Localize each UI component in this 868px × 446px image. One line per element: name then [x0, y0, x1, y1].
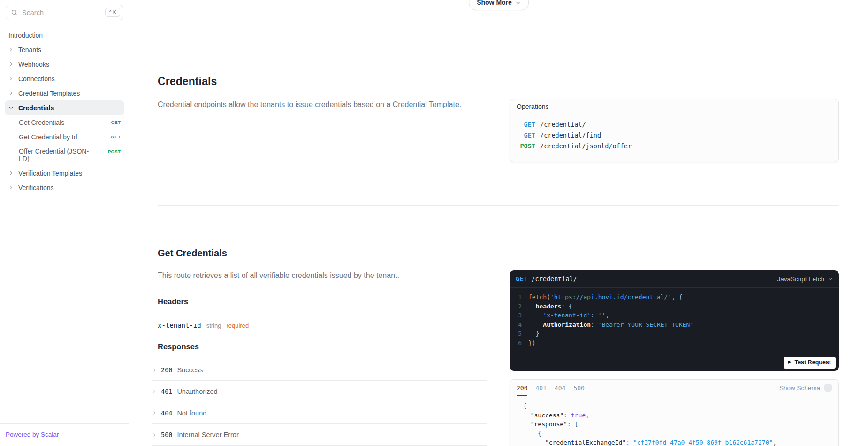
sidebar-item-label: Get Credentials [19, 119, 64, 126]
language-selector[interactable]: JavaScript Fetch [777, 276, 833, 283]
credentials-section: Credentials Credential endpoints allow t… [158, 75, 487, 110]
show-more-label: Show More [477, 0, 512, 6]
sidebar: Search ^ K Introduction Tenants Webhooks… [0, 0, 129, 446]
sidebar-item-label: Webhooks [18, 61, 49, 68]
code-line: { [517, 429, 832, 438]
sidebar-item-label: Introduction [8, 31, 43, 39]
operations-card-title: Operations [510, 99, 838, 115]
response-row-404[interactable]: 404 Not found [152, 402, 487, 424]
chevron-right-icon [8, 76, 15, 81]
search-icon [11, 9, 18, 16]
sidebar-item-get-credential-by-id[interactable]: Get Credential by Id GET [17, 130, 124, 144]
code-line: 6}) [510, 338, 839, 348]
page-title: Credentials [158, 75, 487, 88]
status-label: Not found [177, 409, 206, 417]
request-endpoint: GET /credential/ [516, 275, 577, 283]
request-code-block[interactable]: 1fetch('https://api.hovi.id/credential/'… [510, 288, 839, 347]
header-param-row: x-tenant-id string required [158, 314, 487, 336]
sidebar-item-label: Connections [18, 75, 55, 83]
response-card-header: 200 401 404 500 Show Schema [510, 380, 838, 396]
chevron-down-icon [8, 105, 15, 110]
sidebar-item-introduction[interactable]: Introduction [5, 28, 124, 42]
search-shortcut-kbd: ^ K [105, 8, 120, 17]
sidebar-footer: Powered by Scalar [0, 423, 129, 446]
status-label: Unauthorized [177, 388, 217, 395]
code-line: "success": true, [517, 411, 832, 420]
chevron-right-icon [8, 62, 15, 67]
tab-500[interactable]: 500 [573, 384, 584, 392]
powered-by-scalar-link[interactable]: Powered by Scalar [6, 431, 59, 438]
sidebar-credentials-children: Get Credentials GET Get Credential by Id… [13, 115, 124, 166]
operation-link-get-credential-find[interactable]: GET /credential/find [510, 130, 838, 140]
schema-toggle-checkbox[interactable] [824, 384, 832, 392]
sidebar-item-verification-templates[interactable]: Verification Templates [5, 166, 124, 180]
sidebar-item-offer-credential-jsonld[interactable]: Offer Credential (JSON-LD) POST [17, 144, 124, 166]
code-line: 4 Authorization: 'Bearer YOUR_SECRET_TOK… [510, 320, 839, 330]
test-request-label: Test Request [794, 359, 831, 366]
operation-link-get-credential[interactable]: GET /credential/ [510, 119, 838, 130]
language-selector-label: JavaScript Fetch [777, 276, 824, 283]
path-label: /credential/ [540, 121, 586, 128]
path-label: /credential/ [531, 275, 577, 283]
sidebar-item-credential-templates[interactable]: Credential Templates [5, 86, 124, 100]
section-divider [158, 205, 839, 206]
get-method-badge: GET [111, 134, 121, 139]
sidebar-item-connections[interactable]: Connections [5, 71, 124, 86]
tab-401[interactable]: 401 [535, 384, 546, 392]
chevron-right-icon [152, 411, 157, 415]
response-row-200[interactable]: 200 Success [152, 359, 487, 381]
search-placeholder: Search [22, 9, 101, 16]
method-label: GET [510, 121, 535, 128]
search-input[interactable]: Search ^ K [6, 5, 123, 20]
status-code: 401 [161, 388, 172, 395]
method-label: GET [516, 275, 527, 283]
param-required-flag: required [227, 322, 249, 329]
operation-link-post-credential-jsonld-offer[interactable]: POST /credential/jsonld/offer [510, 140, 838, 151]
request-card-header: GET /credential/ JavaScript Fetch [510, 270, 839, 288]
sidebar-item-get-credentials[interactable]: Get Credentials GET [17, 115, 124, 130]
method-label: GET [510, 131, 535, 139]
get-method-badge: GET [111, 120, 121, 125]
tab-404[interactable]: 404 [555, 384, 565, 392]
response-row-401[interactable]: 401 Unauthorized [152, 381, 487, 402]
path-label: /credential/find [540, 131, 601, 139]
sidebar-item-tenants[interactable]: Tenants [5, 42, 124, 57]
status-code: 404 [161, 409, 172, 417]
get-credentials-section: Get Credentials This route retrieves a l… [158, 248, 487, 446]
main-content: Show More Credentials Credential endpoin… [129, 0, 868, 446]
sidebar-item-label: Tenants [18, 46, 41, 54]
code-line: 5 } [510, 329, 839, 338]
status-code: 200 [161, 366, 172, 374]
response-example-card: 200 401 404 500 Show Schema { "success":… [510, 379, 839, 446]
post-method-badge: POST [108, 149, 121, 154]
show-more-button[interactable]: Show More [469, 0, 529, 10]
sidebar-item-label: Credential Templates [18, 90, 80, 97]
response-json-block: { "success": true, "response": [ { "cred… [510, 396, 838, 446]
show-schema-toggle[interactable]: Show Schema [779, 384, 832, 392]
sidebar-item-label: Offer Credential (JSON-LD) [19, 147, 93, 162]
path-label: /credential/jsonld/offer [540, 142, 632, 150]
sidebar-item-credentials[interactable]: Credentials [5, 100, 124, 115]
chevron-right-icon [152, 389, 157, 394]
sidebar-item-verifications[interactable]: Verifications [5, 180, 124, 195]
response-status-tabs: 200 401 404 500 [517, 384, 585, 392]
sidebar-item-label: Verifications [18, 184, 53, 192]
test-request-button[interactable]: ▶ Test Request [784, 357, 836, 369]
param-type: string [206, 322, 221, 329]
headers-title: Headers [158, 297, 487, 314]
tab-200[interactable]: 200 [517, 384, 527, 392]
response-row-500[interactable]: 500 Internal Server Error [152, 424, 487, 446]
request-example-card: GET /credential/ JavaScript Fetch 1fetch… [510, 270, 839, 371]
topbar: Show More [129, 0, 868, 33]
operations-list: GET /credential/ GET /credential/find PO… [510, 115, 838, 151]
status-code: 500 [161, 431, 172, 438]
sidebar-item-webhooks[interactable]: Webhooks [5, 57, 124, 71]
method-label: POST [510, 142, 535, 150]
responses-list: 200 Success 401 Unauthorized 404 Not fou… [158, 359, 487, 446]
endpoint-title: Get Credentials [158, 248, 487, 259]
responses-title: Responses [158, 342, 487, 359]
chevron-right-icon [8, 91, 15, 96]
chevron-right-icon [8, 185, 15, 190]
status-label: Internal Server Error [177, 431, 238, 438]
section-description: Credential endpoints allow the tenants t… [158, 99, 487, 110]
